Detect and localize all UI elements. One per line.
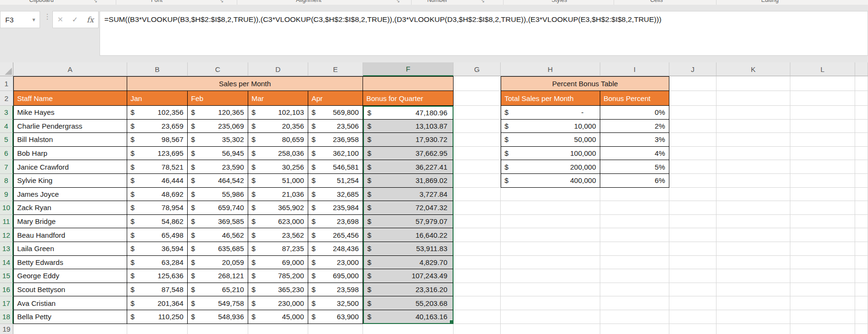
cell-r19[interactable] <box>600 324 669 334</box>
cell-E6[interactable]: $362,100 <box>308 147 363 161</box>
cell-E8[interactable]: $51,254 <box>308 174 363 188</box>
cell-r4[interactable] <box>790 120 855 133</box>
cell-r11[interactable] <box>790 215 855 229</box>
cell-E3[interactable]: $569,800 <box>308 106 363 120</box>
cell-A10[interactable]: Zack Ryan <box>13 201 127 215</box>
formula-input[interactable]: =SUM((B3*VLOOKUP(B3,$H$2:$I$8,2,TRUE)),(… <box>100 11 868 56</box>
row-header-15[interactable]: 15 <box>0 269 13 283</box>
cell-E12[interactable]: $265,456 <box>308 228 363 242</box>
cell-r11[interactable] <box>669 215 717 229</box>
cell-G8[interactable] <box>454 174 501 188</box>
cell-A15[interactable]: George Eddy <box>13 269 127 283</box>
insert-function-icon[interactable]: fx <box>87 15 94 24</box>
cell-D10[interactable]: $365,902 <box>248 201 308 215</box>
cell-I10[interactable] <box>600 201 669 215</box>
col-header-partial[interactable] <box>855 62 868 76</box>
cell-H1-bonus-title[interactable]: Percent Bonus Table <box>501 76 669 91</box>
cell-F15[interactable]: $107,243.49 <box>363 269 454 283</box>
cell-H13[interactable] <box>501 242 600 256</box>
cell-r19[interactable] <box>855 324 868 334</box>
cell-F8[interactable]: $31,869.02 <box>363 174 454 188</box>
cell-r6[interactable] <box>790 147 855 161</box>
cell-F14[interactable]: $4,829.70 <box>363 256 454 270</box>
cell-F10[interactable]: $72,047.32 <box>363 201 454 215</box>
dialog-launcher-icon[interactable]: ↘ <box>396 0 400 3</box>
cell-r15[interactable] <box>790 269 855 283</box>
cell-r18[interactable] <box>717 310 790 324</box>
cell-B10[interactable]: $78,954 <box>127 201 188 215</box>
cell-H16[interactable] <box>501 283 600 297</box>
cell-r14[interactable] <box>669 256 717 270</box>
cell-G4[interactable] <box>454 120 501 133</box>
cell-D11[interactable]: $623,000 <box>248 215 308 229</box>
cell-G16[interactable] <box>454 283 501 297</box>
cell-r14[interactable] <box>717 256 790 270</box>
cell-r5[interactable] <box>855 133 868 147</box>
cell-H12[interactable] <box>501 228 600 242</box>
cell-A2[interactable]: Staff Name <box>13 91 127 106</box>
cell-H17[interactable] <box>501 296 600 310</box>
name-box[interactable]: F3 ▼ <box>0 11 40 28</box>
cell-A12[interactable]: Beau Handford <box>13 228 127 242</box>
cell-F5[interactable]: $17,930.72 <box>363 133 454 147</box>
cell-r1[interactable] <box>717 76 790 91</box>
cell-A13[interactable]: Laila Green <box>13 242 127 256</box>
cell-A9[interactable]: James Joyce <box>13 188 127 202</box>
cell-r16[interactable] <box>717 283 790 297</box>
cell-r10[interactable] <box>669 201 717 215</box>
dialog-launcher-icon[interactable]: ↘ <box>481 0 484 3</box>
cell-D4[interactable]: $20,356 <box>248 120 308 133</box>
cell-C8[interactable]: $464,542 <box>188 174 248 188</box>
cell-H2[interactable]: Total Sales per Month <box>501 91 600 106</box>
cell-E2[interactable]: Apr <box>308 91 363 106</box>
cell-H6[interactable]: $100,000 <box>501 147 600 161</box>
cell-D17[interactable]: $230,000 <box>248 296 308 310</box>
cell-A5[interactable]: Bill Halston <box>13 133 127 147</box>
col-header-I[interactable]: I <box>600 62 669 76</box>
cell-E5[interactable]: $236,958 <box>308 133 363 147</box>
cell-I12[interactable] <box>600 228 669 242</box>
cell-B13[interactable]: $36,594 <box>127 242 188 256</box>
cell-A8[interactable]: Sylvie King <box>13 174 127 188</box>
cell-G17[interactable] <box>454 296 501 310</box>
cell-G18[interactable] <box>454 310 501 324</box>
cell-C6[interactable]: $56,945 <box>188 147 248 161</box>
cell-B1-sales-title[interactable]: Sales per Month <box>127 76 363 91</box>
cell-G11[interactable] <box>454 215 501 229</box>
cell-I18[interactable] <box>600 310 669 324</box>
cell-C17[interactable]: $549,758 <box>188 296 248 310</box>
row-header-12[interactable]: 12 <box>0 228 13 242</box>
cell-H18[interactable] <box>501 310 600 324</box>
cell-C10[interactable]: $659,740 <box>188 201 248 215</box>
cell-r4[interactable] <box>717 120 790 133</box>
cell-E10[interactable]: $235,984 <box>308 201 363 215</box>
row-header-11[interactable]: 11 <box>0 215 13 229</box>
cell-r7[interactable] <box>717 160 790 174</box>
cell-r18[interactable] <box>790 310 855 324</box>
cell-G6[interactable] <box>454 147 501 161</box>
cell-r5[interactable] <box>790 133 855 147</box>
cell-H14[interactable] <box>501 256 600 270</box>
cell-F6[interactable]: $37,662.95 <box>363 147 454 161</box>
col-header-E[interactable]: E <box>308 62 363 76</box>
cell-r1[interactable] <box>855 76 868 91</box>
cell-F18[interactable]: $40,163.16 <box>363 310 454 324</box>
cell-G12[interactable] <box>454 228 501 242</box>
select-all[interactable] <box>0 62 13 76</box>
cell-E17[interactable]: $32,500 <box>308 296 363 310</box>
col-header-H[interactable]: H <box>501 62 600 76</box>
cell-G7[interactable] <box>454 160 501 174</box>
cell-r19[interactable] <box>363 324 454 334</box>
cell-r19[interactable] <box>188 324 248 334</box>
cell-r5[interactable] <box>669 133 717 147</box>
cell-r9[interactable] <box>717 188 790 202</box>
cell-C14[interactable]: $20,059 <box>188 256 248 270</box>
cell-H3[interactable]: $- <box>501 106 600 120</box>
cell-D2[interactable]: Mar <box>248 91 308 106</box>
cell-E14[interactable]: $23,000 <box>308 256 363 270</box>
cell-C2[interactable]: Feb <box>188 91 248 106</box>
cell-r10[interactable] <box>717 201 790 215</box>
cell-G13[interactable] <box>454 242 501 256</box>
cell-r2[interactable] <box>790 91 855 106</box>
cell-r6[interactable] <box>669 147 717 161</box>
